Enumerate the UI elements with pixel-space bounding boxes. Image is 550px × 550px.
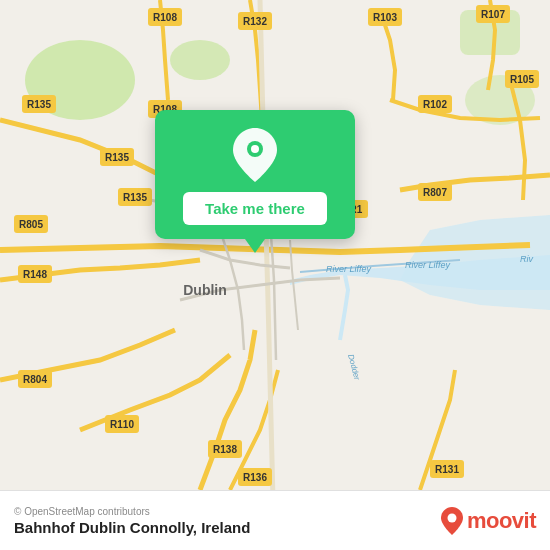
- moovit-text: moovit: [467, 508, 536, 534]
- svg-text:R805: R805: [19, 219, 43, 230]
- footer: © OpenStreetMap contributors Bahnhof Dub…: [0, 490, 550, 550]
- svg-text:R135: R135: [105, 152, 129, 163]
- svg-point-52: [447, 513, 456, 522]
- svg-text:R136: R136: [243, 472, 267, 483]
- svg-text:Dublin: Dublin: [183, 282, 227, 298]
- svg-text:Riv: Riv: [520, 254, 533, 264]
- moovit-logo: moovit: [441, 507, 536, 535]
- svg-text:R138: R138: [213, 444, 237, 455]
- attribution: © OpenStreetMap contributors: [14, 506, 250, 517]
- svg-text:R110: R110: [110, 419, 134, 430]
- svg-text:R804: R804: [23, 374, 47, 385]
- svg-text:R131: R131: [435, 464, 459, 475]
- svg-text:R105: R105: [510, 74, 534, 85]
- location-pin-icon: [228, 128, 282, 182]
- svg-text:River Liffey: River Liffey: [326, 264, 372, 274]
- moovit-pin-icon: [441, 507, 463, 535]
- popup-card: Take me there: [155, 110, 355, 239]
- take-me-there-button[interactable]: Take me there: [183, 192, 327, 225]
- place-name: Bahnhof Dublin Connolly, Ireland: [14, 519, 250, 536]
- svg-text:R107: R107: [481, 9, 505, 20]
- svg-text:R102: R102: [423, 99, 447, 110]
- svg-point-51: [251, 145, 259, 153]
- svg-text:R135: R135: [123, 192, 147, 203]
- map-svg: R108 R103 R107 R135 R132 R102 R105 R108 …: [0, 0, 550, 490]
- svg-text:River Liffey: River Liffey: [405, 260, 451, 270]
- svg-text:R807: R807: [423, 187, 447, 198]
- footer-left: © OpenStreetMap contributors Bahnhof Dub…: [14, 506, 250, 536]
- svg-text:R132: R132: [243, 16, 267, 27]
- svg-text:R135: R135: [27, 99, 51, 110]
- svg-text:R103: R103: [373, 12, 397, 23]
- svg-text:R108: R108: [153, 12, 177, 23]
- map-container: R108 R103 R107 R135 R132 R102 R105 R108 …: [0, 0, 550, 490]
- svg-text:R148: R148: [23, 269, 47, 280]
- svg-point-4: [170, 40, 230, 80]
